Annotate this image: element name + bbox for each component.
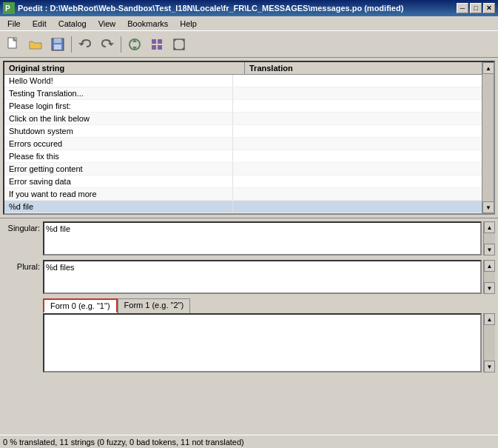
singular-scrollbar[interactable]: ▲ ▼	[483, 221, 495, 255]
plural-scroll-up[interactable]: ▲	[484, 260, 495, 272]
tab-form-0[interactable]: Form 0 (e.g. "1")	[43, 298, 118, 313]
menu-bar: FileEditCatalogViewBookmarksHelp	[0, 16, 498, 31]
close-button[interactable]: ✕	[483, 3, 495, 13]
translation-cell	[233, 113, 494, 124]
plural-scrollbar[interactable]: ▲ ▼	[483, 260, 495, 294]
svg-text:P: P	[5, 4, 10, 13]
translation-scroll-up[interactable]: ▲	[484, 313, 495, 325]
original-string-cell: Error getting content	[4, 163, 233, 175]
translation-cell	[233, 87, 494, 99]
original-string-cell: Please fix this	[4, 150, 233, 162]
singular-scroll-track	[484, 233, 495, 244]
original-string-cell: Please login first:	[4, 100, 233, 112]
sync-button[interactable]	[124, 34, 145, 55]
translation-cell	[233, 175, 494, 187]
plural-scroll-track	[484, 272, 495, 282]
title-bar-left: P Poedit : D:\WebRoot\Web-Sandbox\Test_I…	[3, 2, 403, 14]
translation-scrollbar[interactable]: ▲ ▼	[483, 313, 495, 372]
string-list-container: Original string Translation Hello World!…	[3, 61, 495, 215]
singular-row: Singular: ▲ ▼	[3, 221, 495, 257]
translation-header: Translation	[245, 62, 494, 74]
original-string-cell: Click on the link below	[4, 113, 233, 124]
status-text: 0 % translated, 11 strings (0 fuzzy, 0 b…	[3, 438, 244, 447]
properties-button[interactable]	[147, 34, 167, 55]
tab-form-1[interactable]: Form 1 (e.g. "2")	[118, 298, 191, 313]
plural-label: Plural:	[3, 260, 40, 271]
menu-item-bookmarks[interactable]: Bookmarks	[123, 18, 172, 30]
table-row[interactable]: Hello World!	[4, 75, 494, 87]
title-bar: P Poedit : D:\WebRoot\Web-Sandbox\Test_I…	[0, 0, 498, 16]
menu-item-edit[interactable]: Edit	[28, 18, 51, 30]
toolbar	[0, 31, 498, 58]
translation-textarea[interactable]	[43, 313, 482, 372]
minimize-button[interactable]: ─	[457, 3, 468, 13]
singular-scroll-down[interactable]: ▼	[484, 244, 495, 255]
plural-scroll-down[interactable]: ▼	[484, 282, 495, 294]
app-icon: P	[3, 2, 15, 14]
translation-tabs: Form 0 (e.g. "1") Form 1 (e.g. "2")	[43, 298, 495, 313]
title-controls: ─ □ ✕	[457, 3, 495, 13]
original-string-cell: Testing Translation...	[4, 87, 233, 99]
singular-scroll-up[interactable]: ▲	[484, 221, 495, 233]
singular-textarea[interactable]	[43, 221, 482, 255]
original-string-cell: Hello World!	[4, 75, 233, 87]
toolbar-separator-1	[71, 36, 72, 53]
menu-item-help[interactable]: Help	[175, 18, 201, 30]
translation-cell	[233, 150, 494, 162]
original-string-cell: %d file	[4, 201, 233, 213]
window-title: Poedit : D:\WebRoot\Web-Sandbox\Test_I18…	[18, 4, 403, 13]
original-string-cell: Error saving data	[4, 175, 233, 187]
fullscreen-button[interactable]	[169, 34, 189, 55]
scroll-up-button[interactable]: ▲	[482, 62, 494, 74]
svg-rect-8	[152, 39, 156, 44]
open-file-button[interactable]	[25, 34, 46, 55]
scroll-down-button[interactable]: ▼	[482, 201, 494, 213]
svg-rect-12	[174, 39, 184, 50]
svg-rect-10	[152, 45, 156, 50]
table-row[interactable]: Please fix this	[4, 150, 494, 163]
list-scrollbar[interactable]: ▲ ▼	[482, 62, 494, 213]
svg-rect-6	[54, 44, 61, 50]
maximize-button[interactable]: □	[470, 3, 482, 13]
translation-cell	[233, 163, 494, 175]
plural-field-container: ▲ ▼	[43, 260, 495, 295]
table-row[interactable]: Testing Translation...	[4, 87, 494, 100]
menu-item-file[interactable]: File	[3, 18, 25, 30]
edit-section: Singular: ▲ ▼ Plural: ▲ ▼ Form 0 (e.g. "…	[0, 218, 498, 377]
table-row[interactable]: %d file	[4, 201, 494, 213]
translation-scroll-down[interactable]: ▼	[484, 361, 495, 372]
new-file-button[interactable]	[3, 34, 24, 55]
table-row[interactable]: Please login first:	[4, 100, 494, 113]
svg-rect-9	[158, 39, 162, 44]
toolbar-separator-2	[121, 36, 121, 53]
translation-cell	[233, 201, 494, 213]
original-string-cell: Shutdown system	[4, 125, 233, 137]
menu-item-view[interactable]: View	[94, 18, 121, 30]
scroll-track	[482, 74, 494, 201]
original-string-cell: If you want to read more	[4, 188, 233, 200]
menu-item-catalog[interactable]: Catalog	[54, 18, 91, 30]
status-bar: 0 % translated, 11 strings (0 fuzzy, 0 b…	[0, 435, 498, 448]
svg-rect-11	[158, 45, 162, 50]
translation-cell	[233, 75, 494, 87]
redo-button[interactable]	[97, 34, 118, 55]
translation-area: ▲ ▼	[43, 313, 495, 374]
svg-rect-5	[54, 39, 61, 43]
table-row[interactable]: If you want to read more	[4, 188, 494, 201]
undo-button[interactable]	[75, 34, 95, 55]
singular-field-container: ▲ ▼	[43, 221, 495, 257]
list-header: Original string Translation	[4, 62, 494, 75]
plural-textarea[interactable]	[43, 260, 482, 294]
translation-cell	[233, 100, 494, 112]
original-string-header: Original string	[4, 62, 245, 74]
table-row[interactable]: Errors occured	[4, 138, 494, 150]
string-list: Hello World!Testing Translation...Please…	[4, 75, 494, 213]
table-row[interactable]: Error getting content	[4, 163, 494, 175]
table-row[interactable]: Click on the link below	[4, 113, 494, 125]
save-file-button[interactable]	[47, 34, 68, 55]
translation-cell	[233, 138, 494, 150]
table-row[interactable]: Error saving data	[4, 175, 494, 188]
plural-row: Plural: ▲ ▼	[3, 260, 495, 295]
translation-scroll-track	[484, 325, 495, 361]
table-row[interactable]: Shutdown system	[4, 125, 494, 138]
